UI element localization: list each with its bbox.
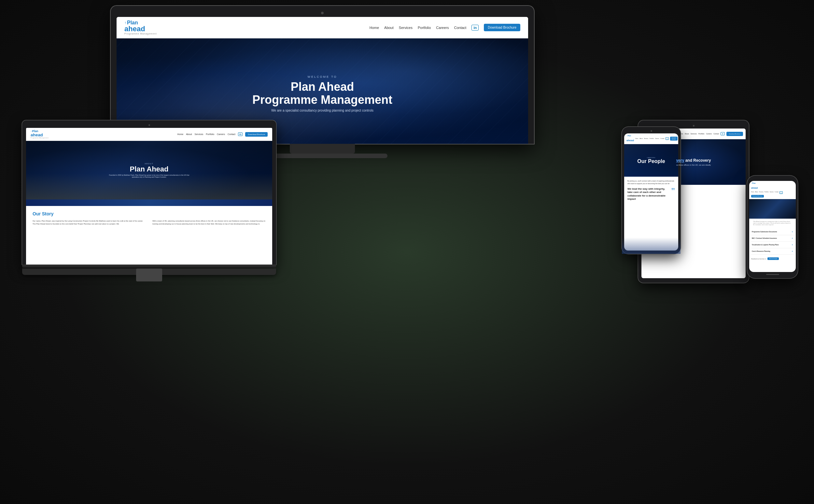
tall-hero-title: Our People — [637, 158, 665, 164]
phone-nav-careers[interactable]: Careers — [770, 191, 774, 194]
phone-logo-arrow-icon: ↑ — [751, 183, 752, 184]
phone-nav-portfolio[interactable]: Portfolio — [765, 191, 769, 194]
phone-start-enquiry-btn[interactable]: Start an Enquiry — [767, 257, 779, 260]
monitor-welcome-text: WELCOME TO — [252, 75, 392, 78]
monitor-title-line2: Programme Management — [252, 93, 392, 106]
tablet-heading-text: very — [676, 158, 684, 163]
tablet-brochure-btn[interactable]: Download Brochure — [726, 132, 743, 136]
laptop-nav: ↑ Plan ahead Programme Management Home A… — [26, 128, 272, 141]
tablet-nav-about[interactable]: About — [685, 133, 689, 135]
phone-linkedin-icon[interactable]: in — [780, 191, 783, 194]
tablet-linkedin-icon[interactable]: in — [721, 132, 724, 135]
phone-brochure-btn[interactable]: Download Brochure — [751, 195, 764, 198]
phone-accordion-plus-1: + — [792, 237, 793, 240]
monitor-stand — [290, 144, 355, 154]
laptop-story-text1: Our name, Plan Ahead, was inspired by th… — [33, 220, 146, 225]
laptop-nav-about[interactable]: About — [186, 133, 192, 135]
laptop-story-cols: Our name, Plan Ahead, was inspired by th… — [33, 220, 266, 225]
monitor-hero-title: Plan Ahead Programme Management — [252, 80, 392, 106]
phone-logo-ahead: ahead — [751, 187, 758, 189]
laptop-story-section: Our Story Our name, Plan Ahead, was insp… — [26, 206, 272, 231]
phone-nav-services[interactable]: Services — [759, 191, 764, 194]
laptop-hinge — [22, 265, 276, 268]
phone-nav-about[interactable]: About — [755, 191, 758, 194]
phone-nav-contact[interactable]: Contact — [775, 191, 779, 194]
tablet-nav-contact[interactable]: Contact — [713, 133, 719, 135]
phone-accordion-label-1: NEC / Contract Schedule Assurance — [752, 238, 777, 239]
laptop-logo-sub: Programme Management — [31, 137, 50, 139]
monitor-nav-contact[interactable]: Contact — [454, 26, 466, 30]
laptop-hero-about-label: ABOUT — [107, 163, 191, 165]
tablet-nav-links: Home About Services Portfolio Careers Co… — [679, 132, 743, 136]
monitor-nav-portfolio[interactable]: Portfolio — [418, 26, 431, 30]
phone-description-area: Plan Ahead programme management plan to … — [749, 219, 796, 227]
monitor-logo-ahead: ahead — [124, 25, 157, 33]
laptop-logo: ↑ Plan ahead Programme Management — [31, 130, 50, 139]
phone-accordion-item-3[interactable]: Cost & Resource Planning + — [751, 248, 794, 255]
phone-desc-text: Plan Ahead programme management plan to … — [751, 220, 794, 226]
monitor-logo-arrow-icon: ↑ — [124, 20, 126, 25]
laptop-logo-arrow-icon: ↑ — [31, 130, 32, 132]
laptop-linkedin-icon[interactable]: in — [238, 132, 242, 136]
laptop-hero-desc: Founded in 2006 by Matthew Flack, Plan A… — [107, 174, 191, 178]
monitor-logo-sub: Programme Management — [124, 33, 157, 35]
phone-accordion-item-1[interactable]: NEC / Contract Schedule Assurance + — [751, 235, 794, 242]
tall-device-screen: ↑ Plan ahead Home About Services Portfol… — [624, 133, 678, 251]
tablet-heading: very and Recovery — [676, 158, 711, 163]
laptop-nav-services[interactable]: Services — [195, 133, 203, 135]
phone-accordion: Programme Submission Documents + NEC / C… — [749, 227, 796, 256]
laptop-nav-portfolio[interactable]: Portfolio — [206, 133, 214, 135]
tablet-camera — [693, 125, 695, 127]
monitor-nav-links: Home About Services Portfolio Careers Co… — [369, 24, 520, 31]
phone-accordion-plus-0: + — [792, 230, 793, 233]
monitor-linkedin-icon[interactable]: in — [472, 25, 479, 31]
laptop-nav-careers[interactable]: Careers — [217, 133, 225, 135]
monitor-nav-careers[interactable]: Careers — [436, 26, 449, 30]
laptop-hero: ABOUT Plan Ahead Founded in 2006 by Matt… — [26, 141, 272, 199]
phone-brochure-row: Download our brochure or Start an Enquir… — [749, 256, 796, 261]
monitor-nav-home[interactable]: Home — [369, 26, 379, 30]
laptop-story-col1: Our name, Plan Ahead, was inspired by th… — [33, 220, 146, 225]
laptop-base — [22, 268, 276, 275]
phone-accordion-item-0[interactable]: Programme Submission Documents + — [751, 229, 794, 235]
laptop-hero-content: ABOUT Plan Ahead Founded in 2006 by Matt… — [107, 163, 191, 178]
laptop-story-col2: With a team of 30+ planning consultants … — [152, 220, 266, 225]
laptop-nav-home[interactable]: Home — [177, 133, 184, 135]
phone-accordion-label-3: Cost & Resource Planning — [752, 251, 770, 252]
tall-device-outer: ↑ Plan ahead Home About Services Portfol… — [622, 127, 681, 254]
tablet-hero-content: very and Recovery ss three offices in th… — [673, 155, 714, 169]
monitor-hero-content: WELCOME TO Plan Ahead Programme Manageme… — [252, 75, 392, 112]
tall-hero: CAREERS Our People — [624, 144, 678, 177]
tablet-nav-services[interactable]: Services — [691, 133, 697, 135]
tablet-sub-text: ss three offices in the UK, we are ideal… — [676, 164, 711, 166]
phone-outer: ↑ Plan ahead Home About Services Portfol… — [747, 176, 798, 278]
phone-nav-links: Home About Services Portfolio Careers Co… — [751, 191, 794, 198]
phone-accordion-label-2: Visualisation & Logistic Phasing Plans — [752, 244, 779, 246]
tall-hero-content: CAREERS Our People — [637, 157, 665, 164]
laptop-story-title: Our Story — [33, 211, 266, 216]
laptop-device: ↑ Plan ahead Programme Management Home A… — [22, 120, 276, 275]
phone-accordion-item-2[interactable]: Visualisation & Logistic Phasing Plans + — [751, 242, 794, 248]
laptop-nav-contact[interactable]: Contact — [228, 133, 235, 135]
tablet-nav-portfolio[interactable]: Portfolio — [698, 133, 704, 135]
monitor-camera — [321, 12, 324, 14]
phone-accordion-label-0: Programme Submission Documents — [752, 231, 777, 233]
laptop-brochure-btn[interactable]: Download Brochure — [245, 132, 268, 137]
monitor-nav-about[interactable]: About — [384, 26, 393, 30]
laptop-nav-links: Home About Services Portfolio Careers Co… — [177, 132, 268, 137]
laptop-chevron-band — [26, 199, 272, 206]
phone-nav-home[interactable]: Home — [751, 191, 754, 194]
monitor-logo: ↑ Plan ahead Programme Management — [124, 20, 157, 35]
phone-nav: ↑ Plan ahead Home About Services Portfol… — [749, 181, 796, 199]
phone-screen: ↑ Plan ahead Home About Services Portfol… — [749, 181, 796, 272]
laptop-screen-inner: ↑ Plan ahead Programme Management Home A… — [26, 128, 272, 265]
laptop-trackpad — [136, 268, 162, 281]
monitor-nav-services[interactable]: Services — [399, 26, 413, 30]
phone-device: ↑ Plan ahead Home About Services Portfol… — [747, 176, 798, 278]
monitor-brochure-btn[interactable]: Download Brochure — [484, 24, 520, 31]
monitor-hero-subtitle: We are a specialist consultancy providin… — [252, 109, 392, 112]
tall-device: ↑ Plan ahead Home About Services Portfol… — [622, 127, 681, 254]
phone-logo: ↑ Plan ahead — [751, 182, 758, 190]
laptop-screen-outer: ↑ Plan ahead Programme Management Home A… — [22, 120, 276, 265]
tablet-nav-careers[interactable]: Careers — [706, 133, 712, 135]
